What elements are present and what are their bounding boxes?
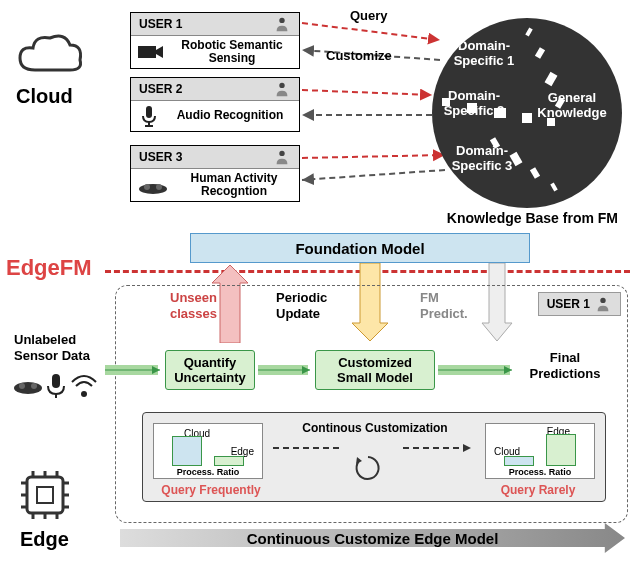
chart-axis: Process. Ratio [154,467,262,477]
edge-label: Edge [20,528,69,551]
custom-model-box: Customized Small Model [315,350,435,390]
svg-point-2 [279,83,284,88]
edge-user-tag: USER 1 [538,292,621,316]
kb-domain-1: Domain-Specific 1 [444,38,524,68]
user-id: USER 1 [139,17,182,31]
user-box-2: USER 2 Audio Recognition [130,77,300,132]
svg-rect-31 [27,477,63,513]
query-rarely-label: Query Rarely [483,483,593,497]
person-icon [594,295,612,313]
query-frequently-label: Query Frequently [151,483,271,497]
unlabeled-label: Unlabeled Sensor Data [14,332,104,363]
customize-label: Customize [326,48,392,63]
user-id: USER 3 [139,150,182,164]
cloud-label: Cloud [16,85,73,108]
bar-cloud [172,436,202,466]
dashed-arrow [273,443,473,453]
user-box-3: USER 3 Human Activity Recogntion [130,145,300,202]
person-icon [273,148,291,166]
kb-caption: Knowledge Base from FM [447,210,618,226]
svg-rect-20 [52,374,60,388]
person-icon [273,15,291,33]
svg-line-12 [302,90,432,95]
svg-point-9 [156,184,162,190]
user-task: Audio Recognition [167,109,293,122]
svg-point-17 [14,382,42,394]
sensor-icon [137,175,169,195]
cycle-icon [353,453,383,483]
mini-chart-before: Cloud Edge Process. Ratio [153,423,263,479]
person-icon [273,80,291,98]
bar-edge [214,456,244,466]
kb-domain-3: Domain-Specific 3 [442,143,522,173]
svg-rect-1 [138,46,156,58]
continuous-customization-label: Continous Customization [295,421,455,435]
final-label: Final Predictions [520,350,610,381]
svg-point-18 [19,383,25,389]
user-box-1: USER 1 Robotic Semantic Sensing [130,12,300,69]
camera-icon [137,42,165,62]
cloud-icon [15,30,85,80]
inset-box: Cloud Edge Process. Ratio Cloud Edge Pro… [142,412,606,502]
query-label: Query [350,8,388,23]
chart-axis: Process. Ratio [486,467,594,477]
svg-line-15 [302,170,445,180]
knowledge-base: Domain-Specific 1 Domain-Specific 2 Doma… [432,18,622,208]
quantify-box: Quantify Uncertainty [165,350,255,390]
svg-point-22 [81,391,87,397]
svg-point-19 [31,383,37,389]
svg-line-14 [302,155,445,158]
svg-rect-32 [37,487,53,503]
bar-edge [546,434,576,466]
gradient-arrow-bar: Continuous Customize Edge Model [120,523,625,553]
mini-chart-after: Cloud Edge Process. Ratio [485,423,595,479]
edgefm-label: EdgeFM [6,255,92,281]
user-task: Human Activity Recogntion [175,172,293,198]
svg-point-6 [279,151,284,156]
foundation-model-bar: Foundation Model [190,233,530,263]
kb-general: General Knowledge [532,90,612,120]
svg-point-16 [600,298,605,303]
svg-point-7 [139,184,167,194]
sensor-icons [12,370,107,400]
svg-point-8 [144,184,150,190]
kb-domain-2: Domain-Specific 2 [434,88,514,118]
user-task: Robotic Semantic Sensing [171,39,293,65]
user-id: USER 2 [139,82,182,96]
svg-point-0 [279,18,284,23]
chip-icon [15,465,75,525]
mic-icon [137,104,161,128]
bar-cloud [504,456,534,466]
svg-rect-3 [146,106,152,118]
svg-line-10 [302,23,440,40]
